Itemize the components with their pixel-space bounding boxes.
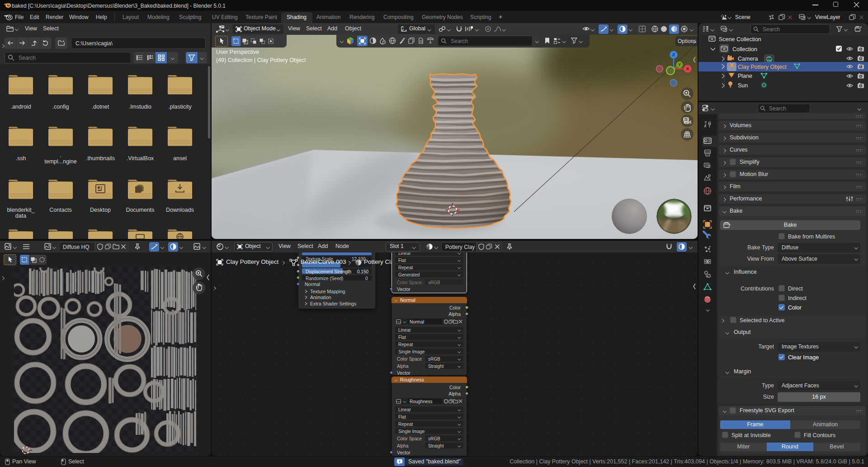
svg-text:data: data <box>15 213 26 219</box>
svg-text:Clay Pottery Object: Clay Pottery Object <box>738 64 787 70</box>
svg-text:.VirtualBox: .VirtualBox <box>127 155 154 162</box>
svg-text:(49) Collection | Clay Pottery: (49) Collection | Clay Pottery Object <box>216 57 306 63</box>
svg-text:.: . <box>60 152 61 158</box>
svg-text:User Perspective: User Perspective <box>216 49 259 55</box>
svg-text:.android: .android <box>10 104 31 110</box>
svg-text:Desktop: Desktop <box>90 207 111 213</box>
svg-text:templ...ngine: templ...ngine <box>44 158 77 165</box>
svg-text:Plane: Plane <box>738 73 752 79</box>
svg-text:Camera: Camera <box>738 56 758 62</box>
svg-text:Scene Collection: Scene Collection <box>719 36 761 43</box>
svg-text:Y: Y <box>678 62 681 67</box>
svg-text:.plasticity: .plasticity <box>168 104 192 110</box>
svg-text:.lmstudio: .lmstudio <box>129 104 151 110</box>
svg-text:.thumbnails: .thumbnails <box>86 155 115 162</box>
svg-text:Contacts: Contacts <box>49 207 71 213</box>
svg-text:.ssh: .ssh <box>16 155 26 162</box>
svg-text:Collection: Collection <box>732 46 757 52</box>
svg-text:.config: .config <box>52 104 69 110</box>
svg-text:.dotnet: .dotnet <box>92 104 109 110</box>
svg-text:blenderkit_: blenderkit_ <box>7 207 35 213</box>
svg-text:Documents: Documents <box>126 207 154 213</box>
svg-text:Downloads: Downloads <box>166 207 194 213</box>
svg-text:ansel: ansel <box>173 155 187 162</box>
svg-text:Sun: Sun <box>738 82 748 89</box>
svg-text:X: X <box>686 66 689 71</box>
svg-text:Z: Z <box>672 52 675 57</box>
